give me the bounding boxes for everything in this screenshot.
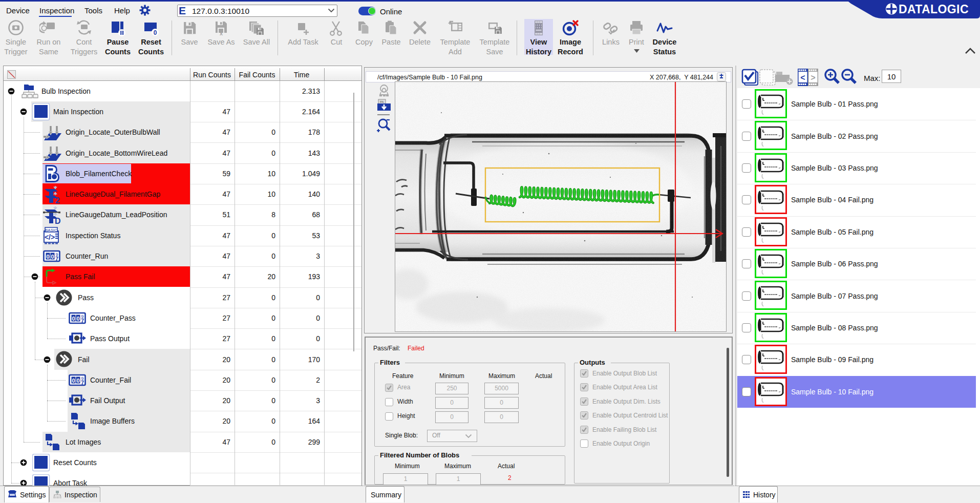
svg-text:PA: PA: [380, 100, 384, 103]
svg-text:D: D: [55, 217, 61, 224]
svg-text:</>: </>: [45, 233, 55, 241]
svg-text:7: 7: [81, 379, 84, 385]
svg-text:7: 7: [55, 255, 58, 261]
svg-text:BASIC: BASIC: [45, 227, 57, 232]
svg-text:0: 0: [154, 29, 157, 36]
svg-text:0: 0: [76, 315, 79, 321]
svg-text:2: 2: [55, 196, 60, 204]
svg-text:x: x: [220, 30, 223, 36]
svg-text:0: 0: [46, 253, 49, 259]
svg-text:0: 0: [72, 315, 75, 321]
svg-text:7: 7: [81, 317, 84, 323]
svg-text:0: 0: [76, 377, 79, 383]
svg-text:0: 0: [51, 253, 54, 259]
svg-text:<: <: [800, 73, 805, 82]
svg-text:DATALOGIC: DATALOGIC: [899, 3, 969, 16]
svg-text:0: 0: [72, 377, 75, 383]
svg-text:>: >: [811, 73, 815, 82]
